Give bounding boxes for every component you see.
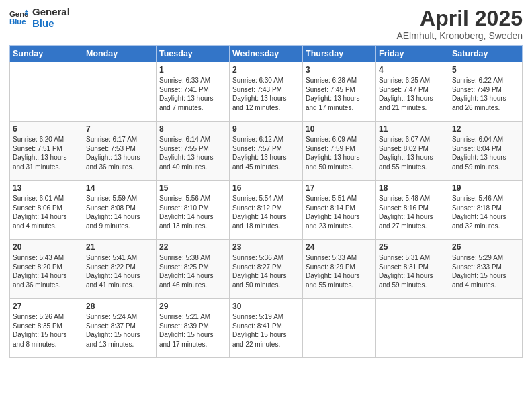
day-info: Sunrise: 6:33 AM Sunset: 7:41 PM Dayligh…: [159, 76, 226, 112]
calendar-cell: 26Sunrise: 5:29 AM Sunset: 8:33 PM Dayli…: [449, 240, 523, 299]
day-info: Sunrise: 6:17 AM Sunset: 7:53 PM Dayligh…: [86, 135, 153, 171]
day-info: Sunrise: 6:28 AM Sunset: 7:45 PM Dayligh…: [306, 76, 373, 112]
day-number: 14: [86, 183, 153, 193]
day-info: Sunrise: 6:01 AM Sunset: 8:06 PM Dayligh…: [13, 194, 80, 230]
day-number: 19: [452, 183, 519, 193]
calendar-cell: 7Sunrise: 6:17 AM Sunset: 7:53 PM Daylig…: [83, 122, 157, 181]
calendar-cell: [83, 62, 157, 122]
day-info: Sunrise: 5:41 AM Sunset: 8:22 PM Dayligh…: [86, 253, 153, 289]
day-number: 9: [232, 124, 300, 134]
day-number: 24: [306, 242, 373, 252]
day-info: Sunrise: 5:54 AM Sunset: 8:12 PM Dayligh…: [232, 194, 300, 230]
day-info: Sunrise: 5:21 AM Sunset: 8:39 PM Dayligh…: [159, 312, 226, 349]
calendar-cell: 3Sunrise: 6:28 AM Sunset: 7:45 PM Daylig…: [303, 62, 376, 122]
day-info: Sunrise: 5:43 AM Sunset: 8:20 PM Dayligh…: [13, 253, 80, 289]
day-number: 22: [159, 242, 226, 252]
calendar-cell: [449, 299, 523, 358]
day-info: Sunrise: 6:30 AM Sunset: 7:43 PM Dayligh…: [232, 76, 300, 112]
day-number: 23: [232, 242, 300, 252]
week-row-4: 27Sunrise: 5:26 AM Sunset: 8:35 PM Dayli…: [10, 299, 523, 358]
day-number: 4: [379, 65, 446, 75]
title-block: April 2025 AElmhult, Kronoberg, Sweden: [396, 7, 523, 41]
day-info: Sunrise: 5:36 AM Sunset: 8:27 PM Dayligh…: [232, 253, 300, 289]
header-sunday: Sunday: [10, 46, 83, 62]
day-info: Sunrise: 5:46 AM Sunset: 8:18 PM Dayligh…: [452, 194, 519, 230]
day-number: 21: [86, 242, 153, 252]
week-row-1: 6Sunrise: 6:20 AM Sunset: 7:51 PM Daylig…: [10, 122, 523, 181]
day-number: 29: [159, 302, 226, 311]
day-number: 11: [379, 124, 446, 134]
day-number: 25: [379, 242, 446, 252]
calendar-cell: [376, 299, 449, 358]
calendar-cell: 10Sunrise: 6:09 AM Sunset: 7:59 PM Dayli…: [303, 122, 376, 181]
calendar-cell: 12Sunrise: 6:04 AM Sunset: 8:04 PM Dayli…: [449, 122, 523, 181]
day-info: Sunrise: 6:20 AM Sunset: 7:51 PM Dayligh…: [13, 135, 80, 171]
calendar-cell: 18Sunrise: 5:48 AM Sunset: 8:16 PM Dayli…: [376, 181, 449, 240]
day-info: Sunrise: 6:22 AM Sunset: 7:49 PM Dayligh…: [452, 76, 519, 112]
day-info: Sunrise: 5:38 AM Sunset: 8:25 PM Dayligh…: [159, 253, 226, 289]
logo-icon: General Blue: [9, 9, 28, 28]
calendar-cell: [303, 299, 376, 358]
week-row-0: 1Sunrise: 6:33 AM Sunset: 7:41 PM Daylig…: [10, 62, 523, 122]
svg-text:Blue: Blue: [9, 17, 26, 25]
header-tuesday: Tuesday: [157, 46, 230, 62]
calendar-cell: [10, 62, 83, 122]
day-info: Sunrise: 5:26 AM Sunset: 8:35 PM Dayligh…: [13, 312, 80, 349]
calendar-cell: 27Sunrise: 5:26 AM Sunset: 8:35 PM Dayli…: [10, 299, 83, 358]
day-info: Sunrise: 6:09 AM Sunset: 7:59 PM Dayligh…: [306, 135, 373, 171]
calendar-header-row: SundayMondayTuesdayWednesdayThursdayFrid…: [10, 46, 523, 62]
calendar-cell: 14Sunrise: 5:59 AM Sunset: 8:08 PM Dayli…: [83, 181, 157, 240]
calendar-cell: 20Sunrise: 5:43 AM Sunset: 8:20 PM Dayli…: [10, 240, 83, 299]
calendar-cell: 8Sunrise: 6:14 AM Sunset: 7:55 PM Daylig…: [157, 122, 230, 181]
week-row-2: 13Sunrise: 6:01 AM Sunset: 8:06 PM Dayli…: [10, 181, 523, 240]
day-number: 6: [13, 124, 80, 134]
logo: General Blue General Blue: [9, 7, 70, 29]
calendar-cell: 6Sunrise: 6:20 AM Sunset: 7:51 PM Daylig…: [10, 122, 83, 181]
day-number: 1: [159, 65, 226, 75]
day-number: 8: [159, 124, 226, 134]
day-info: Sunrise: 5:19 AM Sunset: 8:41 PM Dayligh…: [232, 312, 300, 349]
day-info: Sunrise: 6:04 AM Sunset: 8:04 PM Dayligh…: [452, 135, 519, 171]
calendar-cell: 17Sunrise: 5:51 AM Sunset: 8:14 PM Dayli…: [303, 181, 376, 240]
day-info: Sunrise: 5:31 AM Sunset: 8:31 PM Dayligh…: [379, 253, 446, 289]
day-number: 3: [306, 65, 373, 75]
logo-general: General: [32, 7, 70, 18]
page: General Blue General Blue April 2025 AEl…: [0, 0, 532, 411]
calendar-cell: 2Sunrise: 6:30 AM Sunset: 7:43 PM Daylig…: [230, 62, 303, 122]
header-thursday: Thursday: [303, 46, 376, 62]
day-number: 18: [379, 183, 446, 193]
calendar-cell: 1Sunrise: 6:33 AM Sunset: 7:41 PM Daylig…: [157, 62, 230, 122]
header-wednesday: Wednesday: [230, 46, 303, 62]
day-number: 27: [13, 302, 80, 311]
calendar-table: SundayMondayTuesdayWednesdayThursdayFrid…: [9, 45, 523, 358]
day-info: Sunrise: 5:51 AM Sunset: 8:14 PM Dayligh…: [306, 194, 373, 230]
week-row-3: 20Sunrise: 5:43 AM Sunset: 8:20 PM Dayli…: [10, 240, 523, 299]
main-title: April 2025: [396, 7, 523, 30]
day-number: 20: [13, 242, 80, 252]
calendar-cell: 4Sunrise: 6:25 AM Sunset: 7:47 PM Daylig…: [376, 62, 449, 122]
calendar-cell: 13Sunrise: 6:01 AM Sunset: 8:06 PM Dayli…: [10, 181, 83, 240]
day-number: 13: [13, 183, 80, 193]
header: General Blue General Blue April 2025 AEl…: [9, 7, 523, 41]
day-info: Sunrise: 6:12 AM Sunset: 7:57 PM Dayligh…: [232, 135, 300, 171]
calendar-cell: 15Sunrise: 5:56 AM Sunset: 8:10 PM Dayli…: [157, 181, 230, 240]
calendar-cell: 30Sunrise: 5:19 AM Sunset: 8:41 PM Dayli…: [230, 299, 303, 358]
calendar-cell: 9Sunrise: 6:12 AM Sunset: 7:57 PM Daylig…: [230, 122, 303, 181]
day-number: 16: [232, 183, 300, 193]
header-monday: Monday: [83, 46, 157, 62]
calendar-cell: 19Sunrise: 5:46 AM Sunset: 8:18 PM Dayli…: [449, 181, 523, 240]
day-info: Sunrise: 6:14 AM Sunset: 7:55 PM Dayligh…: [159, 135, 226, 171]
logo-blue: Blue: [32, 18, 70, 30]
day-number: 7: [86, 124, 153, 134]
calendar-cell: 21Sunrise: 5:41 AM Sunset: 8:22 PM Dayli…: [83, 240, 157, 299]
day-info: Sunrise: 5:24 AM Sunset: 8:37 PM Dayligh…: [86, 312, 153, 349]
subtitle: AElmhult, Kronoberg, Sweden: [396, 30, 523, 41]
day-info: Sunrise: 6:07 AM Sunset: 8:02 PM Dayligh…: [379, 135, 446, 171]
day-number: 10: [306, 124, 373, 134]
day-info: Sunrise: 6:25 AM Sunset: 7:47 PM Dayligh…: [379, 76, 446, 112]
day-info: Sunrise: 5:56 AM Sunset: 8:10 PM Dayligh…: [159, 194, 226, 230]
day-info: Sunrise: 5:33 AM Sunset: 8:29 PM Dayligh…: [306, 253, 373, 289]
calendar-cell: 11Sunrise: 6:07 AM Sunset: 8:02 PM Dayli…: [376, 122, 449, 181]
header-saturday: Saturday: [449, 46, 523, 62]
calendar-cell: 22Sunrise: 5:38 AM Sunset: 8:25 PM Dayli…: [157, 240, 230, 299]
